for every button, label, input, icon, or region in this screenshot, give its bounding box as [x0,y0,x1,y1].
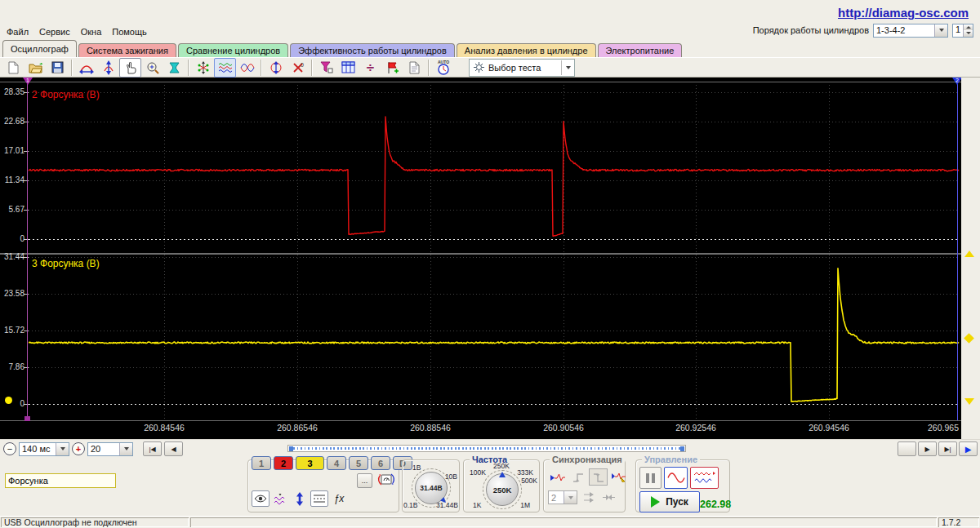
firing-order-select[interactable]: 1-3-4-2 [873,24,948,38]
channel-button-5[interactable]: 5 [349,456,368,470]
single-sweep-button[interactable] [664,467,688,489]
cylinder-spinner[interactable]: 1 [952,24,973,38]
sync-source-button[interactable] [548,468,567,486]
go-to-start-button[interactable]: |◀ [143,441,162,456]
spinner-down-icon[interactable] [964,30,973,37]
tab-ignition[interactable]: Система зажигания [78,43,176,57]
measure-points-button[interactable] [192,58,214,78]
time-zoom-out-button[interactable]: − [3,442,16,455]
channel-button-6[interactable]: 6 [371,456,390,470]
sync-divider-select[interactable]: 2 [548,490,577,504]
range-bottom-marker[interactable] [964,398,974,405]
zero-offset-button[interactable]: 0 [287,58,309,78]
tab-cylinder-pressure[interactable]: Анализ давления в цилиндре [457,43,596,57]
vertical-fit-button[interactable] [291,490,309,507]
adc-waves-button[interactable] [271,490,289,507]
menu-help[interactable]: Помощь [112,27,147,37]
signal-more-button[interactable]: ... [357,473,372,488]
pause-button[interactable] [639,467,662,489]
dropdown-arrow-icon[interactable] [119,443,132,455]
probe-settings-button[interactable] [377,472,395,490]
table-button[interactable] [337,58,359,78]
sync-cursor-button[interactable] [609,468,628,486]
hand-tool-button[interactable] [119,58,141,78]
plot-bottom-border [0,420,961,421]
formula-button[interactable]: ƒx [330,490,348,507]
autoscale-button[interactable] [265,58,287,78]
vertical-scale-button[interactable] [97,58,119,78]
channel-1-label: 2 Форсунка (В) [32,89,100,100]
time-zoom-in-button[interactable]: + [72,442,85,455]
menu-file[interactable]: Файл [7,27,29,37]
open-file-button[interactable] [24,58,47,78]
go-to-end-button[interactable]: ▶| [938,441,957,456]
tab-power-supply[interactable]: Электропитание [598,43,683,57]
sync-falling-edge-button[interactable] [589,468,608,486]
shift-right-icon [582,492,597,503]
frequency-dial[interactable]: 250K [486,473,519,506]
dropdown-arrow-icon[interactable] [56,443,69,455]
grid-lines-button[interactable] [310,490,328,507]
slider-right-thumb[interactable] [680,446,684,451]
sync-rising-edge-button[interactable] [568,468,587,486]
x-tick-label: 260.84546 [144,423,185,433]
channel-button-1[interactable]: 1 [252,456,271,470]
site-link[interactable]: http://diamag-osc.com [838,6,969,20]
plot-top-border [0,82,961,82]
menu-windows[interactable]: Окна [81,27,102,37]
x-tick-label: 260.88546 [410,423,451,433]
tab-cylinder-efficiency[interactable]: Эффективность работы цилиндров [290,43,455,57]
waveform-1 [29,117,959,236]
channel-button-4[interactable]: 4 [327,456,346,470]
record-overview-slider[interactable] [287,445,686,452]
step-forward-button[interactable]: ▶ [918,441,937,456]
svg-text:AUTO: AUTO [437,60,448,64]
horizontal-scale-button[interactable] [75,58,97,78]
range-top-marker[interactable] [964,251,974,257]
ground-level-marker[interactable] [5,397,12,404]
new-document-button[interactable] [2,58,24,78]
scope-canvas[interactable]: 2 Форсунка (В) 3 Форсунка (В) 28.35 22.6… [0,78,961,439]
time-scale-select[interactable]: 140 мс [19,442,69,456]
channel-marker-column [961,78,980,439]
start-button[interactable]: Пуск [639,491,700,512]
dial-label: 0.1В [403,501,418,509]
filter-button[interactable] [315,58,337,78]
tab-cylinder-compare[interactable]: Сравнение цилиндров [178,43,288,57]
channel-button-3[interactable]: 3 [296,456,324,470]
version-label: 1.7.2 [938,517,979,527]
play-button[interactable]: ▶ [959,441,978,456]
auto-measure-button[interactable]: AUTO [432,58,454,78]
signal-compress-button[interactable] [163,58,185,78]
dropdown-arrow-icon[interactable] [561,60,574,75]
start-button-label: Пуск [666,496,688,508]
visibility-button[interactable] [252,490,270,507]
signal-name-input[interactable] [5,473,116,488]
zoom-tool-button[interactable] [141,58,163,78]
dropdown-arrow-icon[interactable] [564,491,577,504]
add-marker-button[interactable] [381,58,403,78]
overlay-wave-view-button[interactable] [236,58,258,78]
sync-options-row: 2 [548,490,616,504]
x-tick-label: 260.965 [928,423,959,433]
dropdown-arrow-icon[interactable] [934,24,947,37]
depth-select[interactable]: 20 [87,442,133,456]
channel-position-marker[interactable] [964,333,974,344]
channel-button-2[interactable]: 2 [274,456,293,470]
test-select-combo[interactable]: Выбор теста [469,59,575,77]
report-icon [409,61,420,74]
slider-left-thumb[interactable] [289,446,293,451]
step-back-button[interactable]: ◀ [164,441,183,456]
tab-oscilloscope[interactable]: Осциллограф [2,40,77,57]
continuous-sweep-button[interactable] [690,467,719,489]
report-button[interactable] [403,58,425,78]
menu-service[interactable]: Сервис [39,27,70,37]
end-marker-line[interactable] [957,82,958,420]
multi-wave-view-button[interactable] [214,58,236,78]
start-marker-line[interactable] [27,82,28,420]
divide-button[interactable]: ÷ [359,58,381,78]
spinner-up-icon[interactable] [964,24,973,31]
play-icon [651,496,660,508]
save-button[interactable] [47,58,69,78]
voltage-dial[interactable]: 31.44В [415,472,448,504]
